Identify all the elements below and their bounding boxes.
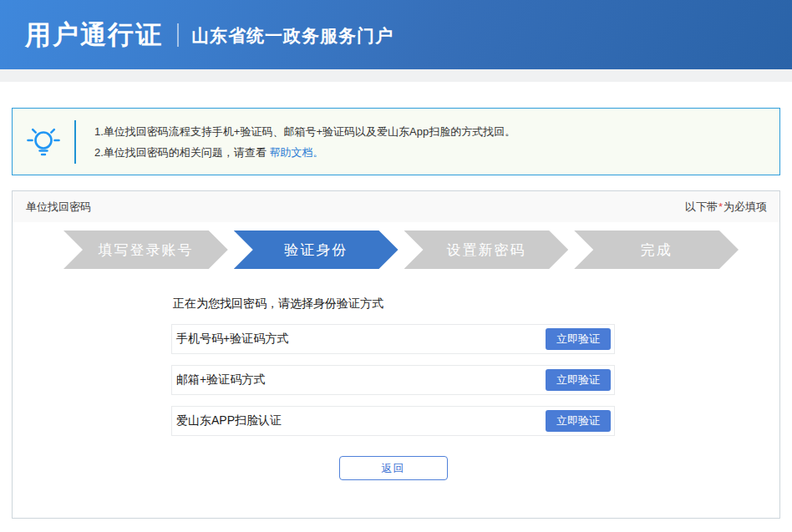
notice-line-2: 2.单位找回密码的相关问题，请查看 帮助文档。 (94, 142, 515, 163)
site-subtitle: 山东省统一政务服务门户 (191, 23, 393, 48)
option-label-email: 邮箱+验证码方式 (176, 372, 265, 388)
site-title: 用户通行证 (25, 18, 163, 53)
verify-now-button-face-scan[interactable]: 立即验证 (546, 410, 611, 432)
required-note: 以下带*为必填项 (685, 200, 767, 215)
step-indicator: 填写登录账号 验证身份 设置新密码 完成 (63, 231, 739, 269)
step-verify-identity: 验证身份 (234, 231, 399, 269)
notice-line-2-text: 2.单位找回密码的相关问题，请查看 (94, 146, 269, 159)
header-strip (0, 69, 792, 82)
notice-box: 1.单位找回密码流程支持手机+验证码、邮箱号+验证码以及爱山东App扫脸的方式找… (12, 108, 780, 175)
header-divider (177, 23, 179, 47)
option-label-face-scan: 爱山东APP扫脸认证 (176, 413, 282, 428)
site-header: 用户通行证 山东省统一政务服务门户 (0, 0, 792, 69)
required-star: * (718, 200, 723, 213)
option-label-phone: 手机号码+验证码方式 (176, 332, 288, 347)
verify-prompt: 正在为您找回密码，请选择身份验证方式 (173, 296, 615, 312)
option-row-phone: 手机号码+验证码方式 立即验证 (171, 324, 615, 354)
option-row-email: 邮箱+验证码方式 立即验证 (171, 365, 615, 395)
notice-line-1: 1.单位找回密码流程支持手机+验证码、邮箱号+验证码以及爱山东App扫脸的方式找… (94, 121, 515, 142)
lightbulb-icon (13, 123, 74, 161)
option-row-face-scan: 爱山东APP扫脸认证 立即验证 (171, 406, 615, 436)
panel-title-bar: 单位找回密码 以下带*为必填项 (13, 191, 779, 222)
help-doc-link[interactable]: 帮助文档 (269, 146, 312, 159)
step-fill-account: 填写登录账号 (63, 231, 228, 269)
step-set-new-password: 设置新密码 (404, 231, 569, 269)
verify-now-button-email[interactable]: 立即验证 (546, 369, 611, 391)
step-complete: 完成 (574, 231, 739, 269)
recover-password-panel: 单位找回密码 以下带*为必填项 填写登录账号 验证身份 设置新密码 完成 正在为… (12, 190, 780, 519)
panel-title: 单位找回密码 (26, 200, 91, 215)
notice-line-2-suffix: 。 (312, 146, 323, 159)
verify-now-button-phone[interactable]: 立即验证 (546, 328, 611, 350)
back-button[interactable]: 返回 (339, 456, 448, 480)
